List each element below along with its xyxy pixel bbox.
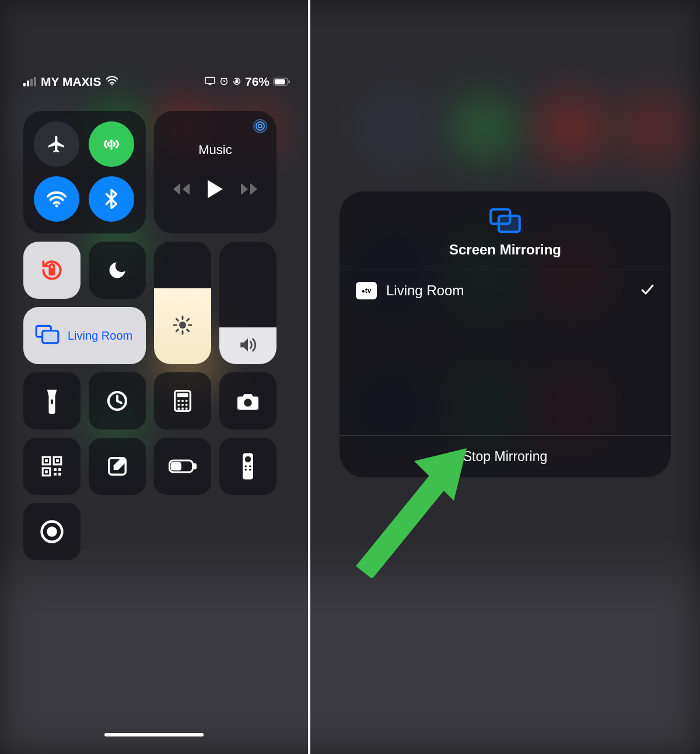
svg-point-11 — [256, 122, 264, 130]
svg-point-0 — [111, 84, 113, 86]
orientation-lock-toggle[interactable] — [23, 242, 80, 299]
mirroring-device-label: Living Room — [386, 282, 464, 299]
svg-point-16 — [179, 322, 186, 329]
flashlight-button[interactable] — [23, 372, 80, 430]
next-track-button[interactable] — [240, 182, 258, 198]
cellular-data-toggle[interactable] — [89, 121, 134, 167]
svg-point-10 — [258, 124, 262, 128]
calculator-button[interactable] — [154, 372, 211, 430]
svg-point-56 — [249, 465, 251, 467]
svg-rect-46 — [58, 468, 61, 471]
music-module[interactable]: Music — [154, 111, 276, 233]
svg-rect-28 — [177, 393, 188, 397]
screen-mirroring-icon — [35, 324, 60, 347]
svg-rect-5 — [275, 79, 285, 85]
timer-button[interactable] — [89, 372, 146, 430]
svg-point-55 — [244, 465, 247, 467]
screen-record-button[interactable] — [23, 503, 80, 560]
screen-mirroring-button[interactable]: Living Room — [23, 307, 146, 364]
brightness-slider[interactable] — [154, 242, 211, 364]
connectivity-module[interactable] — [23, 111, 146, 233]
svg-point-58 — [249, 469, 251, 471]
svg-rect-48 — [58, 473, 61, 476]
svg-point-33 — [181, 404, 184, 406]
airplay-audio-icon — [253, 119, 267, 135]
qr-scanner-button[interactable] — [23, 438, 80, 495]
svg-rect-51 — [194, 464, 196, 469]
svg-point-29 — [177, 400, 180, 402]
screen-mirroring-icon — [340, 208, 671, 236]
battery-percent-label: 76% — [245, 75, 270, 89]
screen-mirroring-target-label: Living Room — [68, 329, 132, 343]
volume-icon — [238, 336, 258, 356]
svg-rect-15 — [43, 331, 58, 343]
svg-rect-3 — [236, 81, 238, 83]
svg-point-34 — [186, 404, 188, 406]
svg-rect-25 — [51, 399, 53, 404]
status-bar: MY MAXIS — [23, 75, 290, 89]
play-button[interactable] — [206, 179, 225, 202]
screen-mirroring-panel: Screen Mirroring ●tv Living Room Stop Mi… — [310, 0, 700, 754]
svg-rect-1 — [205, 78, 215, 83]
screen-mirroring-popup: Screen Mirroring ●tv Living Room Stop Mi… — [340, 191, 671, 477]
do-not-disturb-toggle[interactable] — [89, 242, 146, 299]
battery-icon — [273, 75, 290, 89]
cellular-signal-icon — [23, 77, 36, 86]
svg-point-8 — [110, 139, 113, 142]
home-indicator[interactable] — [104, 733, 204, 736]
svg-point-30 — [181, 400, 184, 402]
wifi-icon — [106, 75, 118, 89]
svg-rect-45 — [54, 468, 57, 471]
svg-rect-40 — [45, 459, 48, 462]
checkmark-icon — [640, 282, 654, 299]
volume-slider[interactable] — [219, 242, 276, 364]
camera-button[interactable] — [219, 372, 276, 430]
svg-rect-52 — [172, 463, 180, 469]
apple-tv-icon: ●tv — [356, 282, 377, 299]
svg-point-54 — [245, 456, 251, 463]
svg-line-23 — [176, 329, 178, 331]
notes-button[interactable] — [89, 438, 146, 495]
svg-point-32 — [177, 404, 180, 406]
music-title-label: Music — [198, 142, 232, 158]
svg-line-22 — [187, 329, 189, 331]
svg-point-36 — [181, 407, 184, 410]
wifi-toggle[interactable] — [34, 176, 79, 222]
svg-rect-44 — [45, 470, 48, 473]
svg-point-38 — [244, 399, 252, 407]
alarm-status-icon — [219, 75, 229, 89]
svg-point-37 — [186, 407, 188, 410]
svg-rect-62 — [499, 216, 520, 232]
orientation-lock-status-icon — [232, 75, 242, 89]
low-power-mode-button[interactable] — [154, 438, 211, 495]
svg-point-35 — [177, 407, 180, 410]
svg-point-57 — [244, 469, 247, 471]
airplane-mode-toggle[interactable] — [34, 121, 79, 167]
apple-tv-remote-button[interactable] — [219, 438, 276, 495]
svg-rect-47 — [54, 473, 57, 476]
stop-mirroring-button[interactable]: Stop Mirroring — [340, 435, 671, 477]
svg-line-24 — [187, 319, 189, 320]
svg-point-31 — [186, 400, 188, 402]
bluetooth-toggle[interactable] — [89, 176, 134, 222]
svg-point-60 — [47, 526, 57, 537]
svg-line-21 — [176, 319, 178, 320]
svg-point-9 — [55, 205, 58, 208]
svg-rect-42 — [56, 459, 59, 462]
svg-rect-6 — [288, 80, 290, 83]
screen-mirroring-title: Screen Mirroring — [340, 242, 671, 258]
brightness-icon — [172, 315, 193, 338]
previous-track-button[interactable] — [172, 182, 191, 198]
carrier-label: MY MAXIS — [41, 75, 101, 89]
mirroring-device-row[interactable]: ●tv Living Room — [340, 270, 671, 311]
airplay-status-icon — [204, 75, 216, 89]
control-center-panel: MY MAXIS — [0, 0, 308, 754]
